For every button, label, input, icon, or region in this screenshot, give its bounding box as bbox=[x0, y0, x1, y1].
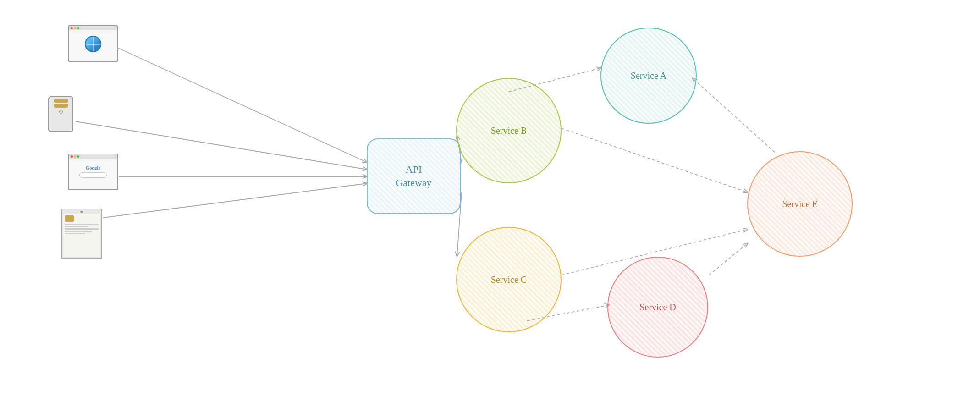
gateway-label: APIGateway bbox=[396, 163, 431, 189]
service-e: Service E bbox=[747, 151, 853, 257]
tablet-camera bbox=[80, 211, 83, 213]
service-d-label: Service D bbox=[639, 302, 676, 313]
mobile-home-button bbox=[59, 110, 63, 114]
service-c: Service C bbox=[456, 227, 562, 332]
service-b: Service B bbox=[456, 78, 562, 183]
web-browser-client bbox=[68, 25, 118, 62]
mobile-client bbox=[48, 96, 73, 132]
service-a-label: Service A bbox=[631, 71, 666, 81]
service-a: Service A bbox=[600, 28, 697, 124]
diagram-container: Google APIGateway Service A Service B bbox=[0, 0, 980, 407]
globe-icon bbox=[85, 36, 101, 52]
service-b-label: Service B bbox=[491, 126, 527, 136]
tablet-image bbox=[65, 215, 74, 222]
service-c-label: Service C bbox=[491, 275, 527, 285]
service-d: Service D bbox=[607, 257, 708, 358]
service-e-label: Service E bbox=[782, 199, 817, 209]
tablet-client bbox=[61, 209, 102, 259]
google-browser-client: Google bbox=[68, 154, 118, 190]
api-gateway: APIGateway bbox=[367, 138, 461, 214]
